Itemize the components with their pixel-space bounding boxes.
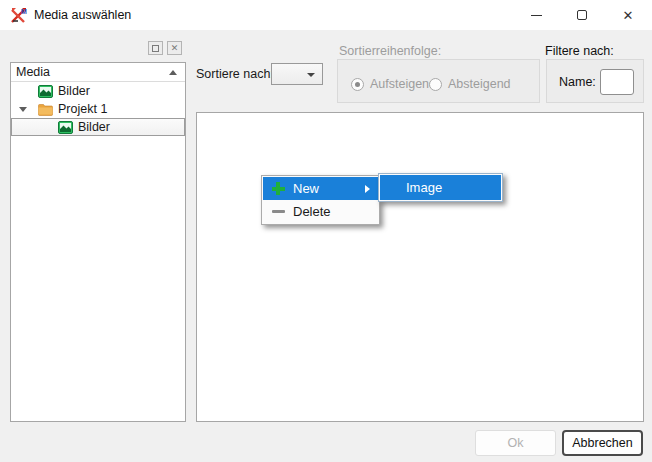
minimize-button[interactable]: [514, 0, 559, 30]
sort-ascending-icon: [169, 70, 177, 75]
cancel-button[interactable]: Abbrechen: [562, 430, 643, 456]
name-label: Name:: [559, 75, 596, 89]
tree-item-label: Bilder: [58, 84, 90, 98]
tree-item-label: Bilder: [78, 120, 110, 134]
panel-float-button[interactable]: [148, 41, 163, 55]
sort-by-label: Sortiere nach:: [196, 67, 274, 81]
maximize-icon: [577, 10, 587, 20]
media-tree-header[interactable]: Media: [11, 63, 185, 82]
menu-item-delete[interactable]: Delete: [263, 200, 378, 223]
sort-order-group: Aufsteigend Absteigend: [337, 59, 540, 103]
app-icon: M: [10, 6, 28, 24]
submenu-item-image[interactable]: Image: [380, 175, 501, 200]
folder-icon: [38, 103, 53, 116]
panel-close-button[interactable]: ✕: [167, 41, 182, 55]
svg-text:M: M: [21, 8, 27, 15]
media-tree-panel: Media Bilder Projekt 1: [10, 62, 186, 422]
media-content-area[interactable]: [196, 112, 644, 422]
media-tree-header-label: Media: [16, 65, 50, 79]
plus-icon: [272, 182, 285, 195]
close-button[interactable]: ✕: [604, 0, 652, 30]
menu-item-new-label: New: [293, 181, 319, 196]
tree-item-label: Projekt 1: [58, 102, 107, 116]
chevron-down-icon[interactable]: [19, 107, 27, 112]
sort-order-label: Sortierreihenfolge:: [339, 44, 441, 58]
filter-by-label: Filtere nach:: [545, 44, 614, 58]
context-menu: New Delete: [261, 175, 380, 225]
image-icon: [38, 85, 53, 98]
sort-by-dropdown[interactable]: [271, 63, 323, 85]
radio-aufsteigend[interactable]: Aufsteigend: [351, 77, 436, 91]
menu-item-new[interactable]: New: [263, 177, 378, 200]
float-panel-icon: [152, 45, 159, 52]
minus-icon: [272, 210, 285, 214]
tree-item-bilder[interactable]: Bilder: [11, 82, 185, 100]
radio-absteigend-label: Absteigend: [448, 77, 511, 91]
panel-close-icon: ✕: [171, 44, 179, 53]
submenu-arrow-icon: [365, 185, 370, 193]
radio-selected-icon: [351, 78, 364, 91]
ok-button[interactable]: Ok: [475, 430, 556, 456]
submenu-item-image-label: Image: [406, 180, 442, 195]
ok-button-label: Ok: [508, 436, 524, 450]
radio-aufsteigend-label: Aufsteigend: [370, 77, 436, 91]
menu-item-delete-label: Delete: [293, 204, 331, 219]
dialog-window: M Media auswählen ✕ ✕ Media: [0, 0, 652, 462]
close-icon: ✕: [623, 9, 634, 22]
image-icon: [58, 121, 73, 134]
cancel-button-label: Abbrechen: [572, 436, 632, 450]
tree-item-projekt-1[interactable]: Projekt 1: [11, 100, 185, 118]
radio-unselected-icon: [429, 78, 442, 91]
minimize-icon: [531, 15, 542, 16]
name-filter-input[interactable]: [600, 69, 634, 95]
radio-absteigend[interactable]: Absteigend: [429, 77, 511, 91]
window-title: Media auswählen: [34, 0, 131, 30]
filter-group: Name:: [546, 59, 644, 103]
maximize-button[interactable]: [559, 0, 604, 30]
titlebar: M Media auswählen ✕: [0, 0, 652, 30]
tree-item-bilder-selected[interactable]: Bilder: [11, 118, 185, 136]
context-submenu: Image: [378, 173, 503, 202]
chevron-down-icon: [307, 73, 315, 77]
